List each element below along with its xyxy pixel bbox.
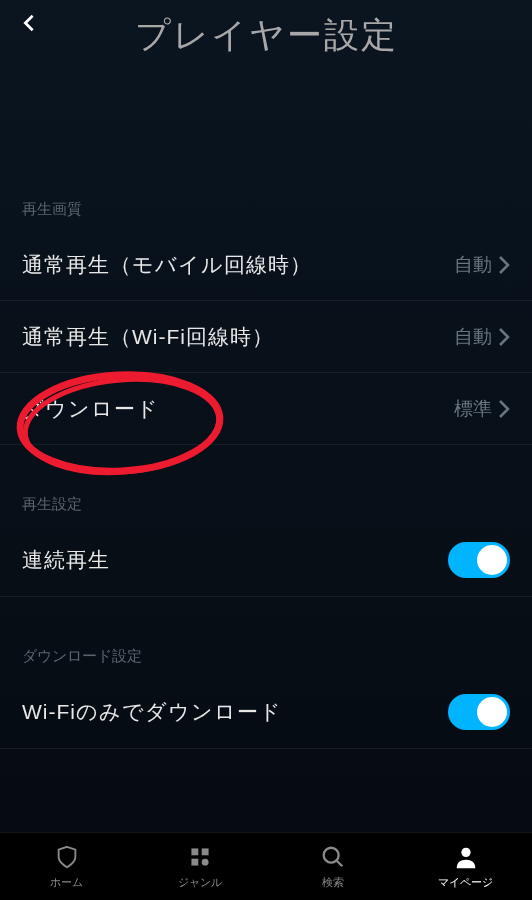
tab-label: マイページ [438, 875, 493, 890]
back-icon[interactable] [18, 12, 40, 34]
section-label-download-settings: ダウンロード設定 [0, 637, 532, 676]
chevron-right-icon [498, 255, 510, 275]
tab-label: ジャンル [178, 875, 222, 890]
row-download-quality[interactable]: ダウンロード 標準 [0, 373, 532, 445]
chevron-right-icon [498, 327, 510, 347]
section-label-playback-quality: 再生画質 [0, 190, 532, 229]
row-label: Wi-Fiのみでダウンロード [22, 698, 448, 726]
tab-genre[interactable]: ジャンル [133, 833, 266, 900]
person-icon [452, 843, 480, 871]
row-label: 通常再生（Wi-Fi回線時） [22, 323, 454, 351]
toggle-continuous-playback[interactable] [448, 542, 510, 578]
row-label: ダウンロード [22, 395, 454, 423]
row-label: 通常再生（モバイル回線時） [22, 251, 454, 279]
svg-point-5 [201, 859, 208, 866]
row-label: 連続再生 [22, 546, 448, 574]
grid-icon [186, 843, 214, 871]
svg-line-7 [336, 861, 342, 867]
search-icon [319, 843, 347, 871]
svg-rect-2 [191, 848, 198, 855]
page-title: プレイヤー設定 [18, 12, 514, 59]
row-continuous-playback: 連続再生 [0, 524, 532, 597]
tabbar: ホーム ジャンル 検索 マイページ [0, 832, 532, 900]
tab-label: ホーム [50, 875, 83, 890]
toggle-wifi-only-download[interactable] [448, 694, 510, 730]
header: プレイヤー設定 [0, 0, 532, 70]
chevron-right-icon [498, 399, 510, 419]
shield-icon [53, 843, 81, 871]
svg-point-8 [461, 848, 470, 857]
row-wifi-playback[interactable]: 通常再生（Wi-Fi回線時） 自動 [0, 301, 532, 373]
tab-home[interactable]: ホーム [0, 833, 133, 900]
section-label-playback-settings: 再生設定 [0, 485, 532, 524]
row-value: 自動 [454, 324, 492, 350]
content: 再生画質 通常再生（モバイル回線時） 自動 通常再生（Wi-Fi回線時） 自動 … [0, 70, 532, 749]
row-value: 自動 [454, 252, 492, 278]
svg-point-6 [323, 848, 338, 863]
row-wifi-only-download: Wi-Fiのみでダウンロード [0, 676, 532, 749]
row-mobile-playback[interactable]: 通常再生（モバイル回線時） 自動 [0, 229, 532, 301]
tab-search[interactable]: 検索 [266, 833, 399, 900]
svg-rect-3 [201, 848, 208, 855]
svg-rect-4 [191, 859, 198, 866]
row-value: 標準 [454, 396, 492, 422]
tab-label: 検索 [322, 875, 344, 890]
tab-mypage[interactable]: マイページ [399, 833, 532, 900]
